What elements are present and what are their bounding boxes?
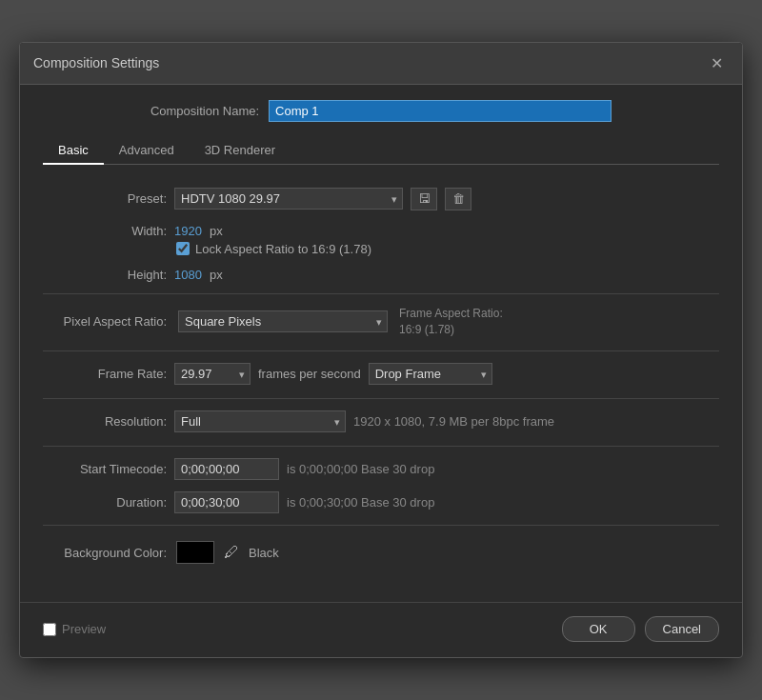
divider-4 [43, 446, 719, 447]
duration-input[interactable] [174, 491, 279, 513]
tabs-container: Basic Advanced 3D Renderer [43, 137, 719, 165]
frame-aspect-ratio-label: Frame Aspect Ratio: [399, 307, 503, 320]
bg-color-name: Black [249, 546, 279, 560]
divider-1 [43, 293, 719, 294]
resolution-info: 1920 x 1080, 7.9 MB per 8bpc frame [353, 414, 554, 429]
pixel-aspect-label: Pixel Aspect Ratio: [43, 314, 167, 329]
preview-checkbox[interactable] [43, 623, 56, 636]
preset-row: Preset: HDTV 1080 29.97 HDTV 720 29.97 N… [43, 188, 719, 210]
close-button[interactable]: ✕ [705, 52, 729, 74]
comp-name-label: Composition Name: [150, 104, 259, 118]
cancel-button[interactable]: Cancel [645, 616, 719, 642]
tab-basic[interactable]: Basic [43, 137, 104, 165]
width-row: Width: 1920 px [43, 224, 719, 238]
preset-label: Preset: [43, 191, 167, 206]
divider-2 [43, 350, 719, 351]
footer-buttons: OK Cancel [562, 616, 719, 642]
divider-5 [43, 525, 719, 526]
pixel-aspect-select-wrapper: Square Pixels D1/DV NTSC (0.91) D1/DV PA… [178, 310, 388, 332]
width-label: Width: [43, 224, 167, 238]
lock-aspect-row: Lock Aspect Ratio to 16:9 (1.78) [176, 242, 719, 256]
frame-rate-row: Frame Rate: frames per second Drop Frame… [43, 363, 719, 385]
lock-aspect-label: Lock Aspect Ratio to 16:9 (1.78) [195, 242, 371, 256]
preset-select-wrapper: HDTV 1080 29.97 HDTV 720 29.97 NTSC DV P… [174, 188, 403, 210]
frame-rate-unit: frames per second [258, 367, 361, 381]
tab-3d-renderer[interactable]: 3D Renderer [190, 137, 291, 165]
resolution-row: Resolution: Full Half Third Quarter Cust… [43, 410, 719, 432]
dialog-title: Composition Settings [33, 55, 159, 70]
preview-label: Preview [62, 622, 106, 636]
title-bar: Composition Settings ✕ [20, 43, 742, 85]
comp-name-input[interactable] [269, 100, 612, 122]
start-timecode-row: Start Timecode: is 0;00;00;00 Base 30 dr… [43, 458, 719, 480]
lock-aspect-checkbox[interactable] [176, 242, 190, 255]
eyedropper-button[interactable]: 🖊 [224, 544, 239, 561]
height-row: Height: 1080 px [43, 268, 719, 282]
height-unit: px [210, 268, 223, 282]
duration-row: Duration: is 0;00;30;00 Base 30 drop [43, 491, 719, 513]
drop-frame-select-wrapper: Drop Frame Non-Drop Frame [369, 363, 492, 385]
preset-select[interactable]: HDTV 1080 29.97 HDTV 720 29.97 NTSC DV P… [174, 188, 403, 210]
background-color-row: Background Color: 🖊 Black [43, 541, 719, 564]
height-value[interactable]: 1080 [174, 268, 202, 282]
pixel-aspect-ratio-row: Pixel Aspect Ratio: Square Pixels D1/DV … [43, 306, 719, 338]
duration-info: is 0;00;30;00 Base 30 drop [287, 495, 434, 510]
frame-rate-input[interactable] [174, 363, 251, 385]
composition-settings-dialog: Composition Settings ✕ Composition Name:… [19, 42, 743, 659]
comp-name-row: Composition Name: [43, 100, 719, 122]
frame-rate-input-wrapper [174, 363, 251, 385]
divider-3 [43, 398, 719, 399]
bg-color-swatch[interactable] [176, 541, 214, 564]
dialog-body: Composition Name: Basic Advanced 3D Rend… [20, 85, 742, 595]
pixel-aspect-select[interactable]: Square Pixels D1/DV NTSC (0.91) D1/DV PA… [178, 310, 388, 332]
resolution-label: Resolution: [43, 414, 167, 429]
frame-rate-label: Frame Rate: [43, 367, 167, 381]
tab-advanced[interactable]: Advanced [104, 137, 190, 165]
height-label: Height: [43, 268, 167, 282]
bg-color-label: Background Color: [43, 546, 167, 560]
ok-button[interactable]: OK [562, 616, 635, 642]
dialog-footer: Preview OK Cancel [20, 602, 742, 657]
resolution-select[interactable]: Full Half Third Quarter Custom [174, 410, 346, 432]
save-preset-button[interactable]: 🖫 [411, 188, 437, 210]
resolution-select-wrapper: Full Half Third Quarter Custom [174, 410, 346, 432]
start-timecode-info: is 0;00;00;00 Base 30 drop [287, 462, 434, 476]
start-timecode-label: Start Timecode: [43, 462, 167, 476]
basic-tab-content: Preset: HDTV 1080 29.97 HDTV 720 29.97 N… [43, 180, 719, 580]
start-timecode-input[interactable] [174, 458, 279, 480]
delete-preset-button[interactable]: 🗑 [445, 188, 471, 210]
width-value[interactable]: 1920 [174, 224, 202, 238]
frame-aspect-ratio-value: 16:9 (1.78) [399, 323, 454, 336]
duration-label: Duration: [43, 495, 167, 510]
preview-row: Preview [43, 622, 106, 636]
width-unit: px [210, 224, 223, 238]
drop-frame-select[interactable]: Drop Frame Non-Drop Frame [369, 363, 492, 385]
frame-aspect-info: Frame Aspect Ratio: 16:9 (1.78) [399, 306, 503, 338]
